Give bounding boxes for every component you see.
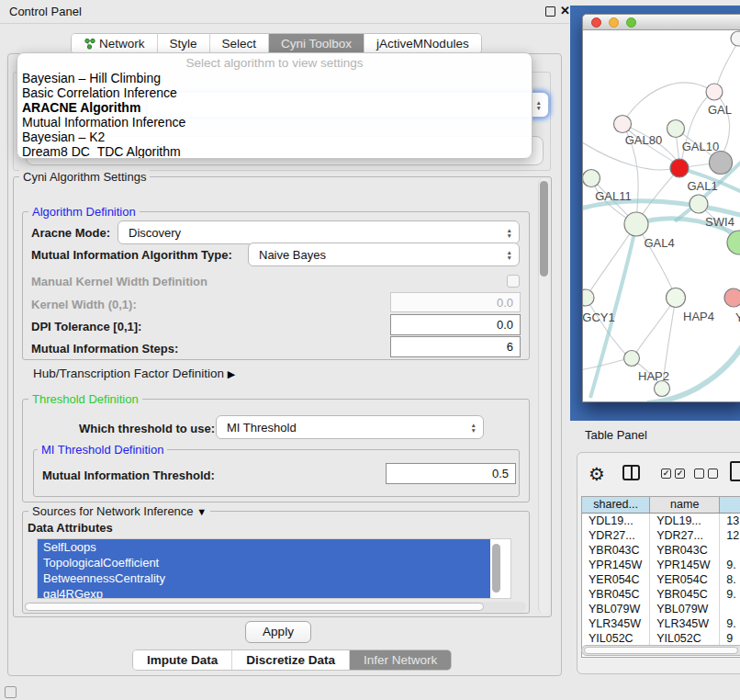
algorithm-option-aracne-algorithm[interactable]: ARACNE Algorithm xyxy=(17,100,532,115)
close-icon[interactable]: ✕ xyxy=(560,4,570,17)
manual-kernel-checkbox[interactable] xyxy=(507,275,520,288)
mi-steps-label: Mutual Information Steps: xyxy=(31,342,178,356)
mi-steps-field[interactable] xyxy=(390,336,521,357)
algorithm-option-bayesian-k2[interactable]: Bayesian – K2 xyxy=(17,130,532,144)
network-graph[interactable]: GALGAL80GAL10GAL1GAL11GAL4SWI4GCY1HAP4YH… xyxy=(583,30,740,402)
cyni-settings-title: Cyni Algorithm Settings xyxy=(19,170,150,184)
network-window-titlebar[interactable] xyxy=(583,15,740,30)
column-header-shared[interactable]: shared... xyxy=(582,497,650,513)
tab-style[interactable]: Style xyxy=(158,34,210,53)
float-window-icon[interactable] xyxy=(545,6,555,17)
algorithm-option-bayesian-hill-climbing[interactable]: Bayesian – Hill Climbing xyxy=(17,71,532,85)
node-gal1[interactable] xyxy=(670,159,689,177)
list-scrollbar-thumb[interactable] xyxy=(492,544,500,593)
node-gal-top-label: GAL xyxy=(708,103,732,117)
sources-hscrollbar[interactable] xyxy=(24,602,526,612)
aracne-mode-combobox[interactable]: Discovery ▲▼ xyxy=(118,220,520,244)
node-gal4[interactable] xyxy=(624,212,648,236)
table-row[interactable]: YLR345WYLR345W9. xyxy=(582,616,740,631)
data-attributes-label: Data Attributes xyxy=(28,521,113,535)
settings-scrollbar-thumb[interactable] xyxy=(540,181,548,277)
tab-label: Style xyxy=(170,37,197,51)
gear-icon[interactable]: ⚙ xyxy=(589,463,605,485)
tab-discretize-data[interactable]: Discretize Data xyxy=(232,650,350,670)
threshold-definition-title: Threshold Definition xyxy=(28,392,142,406)
sources-hscrollbar-thumb[interactable] xyxy=(25,603,484,611)
tab-network[interactable]: Network xyxy=(72,34,158,53)
node-gal80[interactable] xyxy=(614,116,632,133)
algorithm-option-dream8-dc-tdc-algorithm[interactable]: Dream8 DC_TDC Algorithm xyxy=(17,144,532,159)
table-row[interactable]: YBR045CYBR045C9. xyxy=(582,587,740,602)
tab-label: Network xyxy=(99,37,145,51)
which-threshold-label: Which threshold to use: xyxy=(79,422,215,435)
node-hap2[interactable] xyxy=(624,351,640,367)
columns-icon[interactable] xyxy=(622,465,640,480)
table-row[interactable]: YBR043CYBR043C xyxy=(582,543,740,558)
node-salmon[interactable] xyxy=(724,288,740,307)
zoom-traffic-light[interactable] xyxy=(626,17,636,28)
checked-box-icon[interactable]: ✓ xyxy=(661,469,671,479)
document-icon[interactable] xyxy=(730,461,740,481)
tab-jactivemnodules[interactable]: jActiveMNodules xyxy=(364,34,481,53)
table-cell xyxy=(720,602,740,616)
table-row[interactable]: YER054CYER054C8. xyxy=(582,572,740,587)
table-cell: YLR345W xyxy=(650,616,720,631)
tab-infer-network[interactable]: Infer Network xyxy=(350,650,451,670)
tab-select[interactable]: Select xyxy=(210,34,270,53)
tab-label: Select xyxy=(222,37,257,51)
table-hscrollbar[interactable] xyxy=(581,645,740,656)
table-row[interactable]: YBL079WYBL079W xyxy=(582,602,740,616)
sources-title-text: Sources for Network Inference xyxy=(32,504,194,518)
data-attributes-list[interactable]: SelfLoopsTopologicalCoefficientBetweenne… xyxy=(37,538,511,599)
data-attribute-topologicalcoefficient[interactable]: TopologicalCoefficient xyxy=(38,555,490,570)
table-row[interactable]: YIL052CYIL052C9 xyxy=(582,631,740,646)
tab-cyni-toolbox[interactable]: Cyni Toolbox xyxy=(269,34,364,53)
table-hscrollbar-thumb[interactable] xyxy=(584,647,738,654)
which-threshold-combobox[interactable]: MI Threshold ▲▼ xyxy=(216,415,484,439)
data-attributes-items: SelfLoopsTopologicalCoefficientBetweenne… xyxy=(38,539,510,599)
node-gal11[interactable] xyxy=(583,170,600,187)
tab-impute-data[interactable]: Impute Data xyxy=(133,650,232,670)
column-header-2[interactable] xyxy=(720,497,740,513)
dpi-tolerance-field[interactable] xyxy=(390,314,521,335)
minimize-traffic-light[interactable] xyxy=(609,17,619,28)
checked-box-icon[interactable]: ✓ xyxy=(675,469,685,479)
table-row[interactable]: YPR145WYPR145W9. xyxy=(582,558,740,572)
collapse-down-icon: ▼ xyxy=(196,506,207,517)
algorithm-option-mutual-information-inference[interactable]: Mutual Information Inference xyxy=(17,115,532,130)
control-panel-titlebar: Control Panel ✕ xyxy=(0,0,569,24)
data-attribute-gal4rgexp[interactable]: gal4RGexp xyxy=(38,586,490,599)
which-threshold-value: MI Threshold xyxy=(227,421,297,435)
data-attribute-betweennesscentrality[interactable]: BetweennessCentrality xyxy=(38,570,490,586)
table-cell: YLR345W xyxy=(582,616,650,631)
node-gcy1-label: GCY1 xyxy=(583,310,615,324)
data-attribute-selfloops[interactable]: SelfLoops xyxy=(38,539,490,555)
node-hap4-label: HAP4 xyxy=(683,310,714,323)
hub-definition-toggle[interactable]: Hub/Transcription Factor Definition ▶ xyxy=(33,367,235,380)
kernel-width-field[interactable] xyxy=(390,292,521,312)
unchecked-box-icon[interactable] xyxy=(708,469,718,479)
close-traffic-light[interactable] xyxy=(591,17,601,28)
node-gray[interactable] xyxy=(710,152,733,175)
mi-type-combobox[interactable]: Naive Bayes ▲▼ xyxy=(248,243,520,266)
apply-button[interactable]: Apply xyxy=(245,621,311,643)
dpi-tolerance-label: DPI Tolerance [0,1]: xyxy=(31,320,141,333)
node-gal-top[interactable] xyxy=(706,84,723,100)
sources-group-title[interactable]: Sources for Network Inference ▼ xyxy=(28,504,210,518)
network-window[interactable]: GALGAL80GAL10GAL1GAL11GAL4SWI4GCY1HAP4YH… xyxy=(582,14,740,402)
node-top-partial[interactable] xyxy=(731,31,740,46)
node-gal11-label: GAL11 xyxy=(595,189,632,203)
table-row[interactable]: YDL19...YDL19...13 xyxy=(582,514,740,528)
column-header-name[interactable]: name xyxy=(650,497,720,513)
node-hap4[interactable] xyxy=(667,288,686,308)
algorithm-option-basic-correlation-inference[interactable]: Basic Correlation Inference xyxy=(17,85,532,100)
table-row[interactable]: YDR27...YDR27...12 xyxy=(582,528,740,543)
mi-threshold-field[interactable] xyxy=(386,463,516,484)
node-gal10[interactable] xyxy=(667,120,685,138)
unchecked-box-icon[interactable] xyxy=(694,469,704,479)
settings-scrollbar[interactable] xyxy=(538,178,549,614)
mini-float-icon[interactable] xyxy=(5,686,17,698)
node-bottom[interactable] xyxy=(655,381,670,397)
node-swi4[interactable] xyxy=(690,195,708,213)
node-gcy1[interactable] xyxy=(583,289,594,306)
